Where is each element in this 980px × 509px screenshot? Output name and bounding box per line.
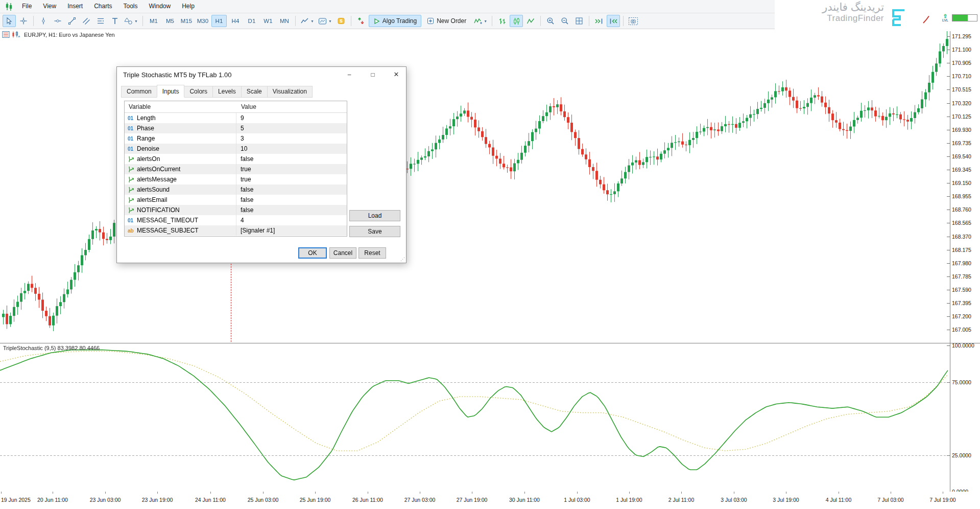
price-axis-label: 170.125	[952, 113, 971, 120]
bar-chart-style-button[interactable]	[495, 15, 509, 27]
param-row-range[interactable]: 01Range3	[125, 133, 347, 144]
tab-common[interactable]: Common	[121, 86, 157, 98]
trendline-tool-button[interactable]	[65, 15, 79, 27]
vertical-line-tool-button[interactable]	[37, 15, 50, 27]
indicators-list-button[interactable]: ▼	[472, 15, 489, 27]
shapes-tool-button[interactable]: ▼	[123, 15, 139, 27]
auto-scroll-button[interactable]	[592, 15, 606, 27]
currency-icon-button[interactable]: $	[334, 15, 348, 27]
time-axis-label: 4 Jul 11:00	[826, 497, 852, 503]
fibonacci-tool-button[interactable]	[94, 15, 107, 27]
boolean-input-icon	[128, 186, 135, 193]
param-row-message_subject[interactable]: abMESSAGE_SUBJECT[Signaler #1]	[125, 225, 347, 236]
tab-colors[interactable]: Colors	[184, 86, 213, 98]
algo-trading-button[interactable]: Algo Trading	[369, 15, 421, 27]
dialog-resize-grip[interactable]: ⋰	[400, 257, 405, 262]
tab-levels[interactable]: Levels	[212, 86, 242, 98]
param-row-denoise[interactable]: 01Denoise10	[125, 144, 347, 154]
buy-sell-arrows-icon[interactable]	[354, 15, 368, 27]
brand-text-english: TradingFinder	[822, 13, 884, 24]
menu-file[interactable]: File	[16, 0, 37, 13]
cursor-tool-button[interactable]	[3, 15, 16, 27]
quote-list-icon[interactable]	[2, 31, 10, 38]
param-row-length[interactable]: 01Length9	[125, 113, 347, 123]
zoom-in-button[interactable]	[544, 15, 557, 27]
load-button[interactable]: Load	[349, 210, 400, 221]
price-axis-label: 167.005	[952, 327, 971, 333]
param-row-message_timeout[interactable]: 01MESSAGE_TIMEOUT4	[125, 215, 347, 225]
param-name: alertsMessage	[137, 176, 177, 183]
param-row-alertsmessage[interactable]: alertsMessagetrue	[125, 174, 347, 184]
param-value[interactable]: 3	[241, 135, 244, 142]
timeframe-m1[interactable]: M1	[146, 15, 161, 27]
ok-button[interactable]: OK	[298, 247, 327, 259]
param-value[interactable]: 4	[241, 217, 244, 224]
param-row-alertson[interactable]: alertsOnfalse	[125, 154, 347, 164]
timeframe-h4[interactable]: H4	[228, 15, 243, 27]
param-value[interactable]: 9	[241, 114, 244, 122]
reset-button[interactable]: Reset	[358, 247, 386, 259]
channel-tool-button[interactable]	[80, 15, 93, 27]
param-row-alertsemail[interactable]: alertsEmailfalse	[125, 195, 347, 205]
tab-scale[interactable]: Scale	[241, 86, 268, 98]
new-order-button[interactable]: New Order	[422, 15, 471, 27]
param-row-alertssound[interactable]: alertsSoundfalse	[125, 184, 347, 195]
candlestick-style-button[interactable]	[510, 15, 523, 27]
param-value[interactable]: [Signaler #1]	[241, 227, 275, 234]
param-value[interactable]: false	[241, 196, 253, 203]
panel-splitter[interactable]	[0, 343, 980, 343]
grid-toggle-button[interactable]	[572, 15, 586, 27]
param-value[interactable]: 5	[241, 125, 244, 132]
time-axis-tick	[210, 492, 211, 494]
status-toggle[interactable]	[952, 14, 977, 21]
timeframe-h1[interactable]: H1	[211, 15, 227, 27]
menu-help[interactable]: Help	[176, 0, 200, 13]
param-value[interactable]: true	[241, 166, 251, 173]
param-value[interactable]: true	[241, 176, 251, 183]
timeframe-m30[interactable]: M30	[195, 15, 210, 27]
save-button[interactable]: Save	[349, 226, 400, 237]
market-depth-icon[interactable]	[12, 31, 20, 38]
menu-charts[interactable]: Charts	[88, 0, 117, 13]
chart-style-line-button[interactable]: ▼	[299, 15, 316, 27]
horizontal-line-tool-button[interactable]	[51, 15, 64, 27]
param-value[interactable]: 10	[241, 145, 247, 152]
tab-inputs[interactable]: Inputs	[157, 85, 185, 98]
timeframe-w1[interactable]: W1	[260, 15, 276, 27]
dialog-title-bar[interactable]: Triple Stochastic MT5 by TFLab 1.00	[117, 67, 406, 82]
time-axis[interactable]: 19 Jun 202520 Jun 11:0023 Jun 03:0023 Ju…	[0, 492, 980, 509]
chart-shift-button[interactable]	[607, 15, 620, 27]
indicator-properties-dialog: Triple Stochastic MT5 by TFLab 1.00 – □ …	[116, 66, 407, 263]
text-tool-button[interactable]	[108, 15, 122, 27]
inputs-table-header: Variable Value	[125, 101, 347, 113]
time-axis-label: 20 Jun 11:00	[37, 497, 68, 503]
timeframe-d1[interactable]: D1	[244, 15, 259, 27]
numeric-input-icon: 01	[128, 136, 137, 142]
indicator-panel-canvas[interactable]	[0, 343, 950, 492]
tab-visualization[interactable]: Visualization	[267, 86, 313, 98]
symbol-label: EURJPY, H1: Euro vs Japanese Yen	[24, 32, 115, 38]
screenshot-button[interactable]	[627, 15, 640, 27]
param-value[interactable]: false	[241, 186, 253, 193]
chart-template-button[interactable]: ▼	[317, 15, 333, 27]
timeframe-m5[interactable]: M5	[162, 15, 178, 27]
line-chart-style-button[interactable]	[524, 15, 537, 27]
price-axis-label: 169.540	[952, 153, 971, 159]
menu-tools[interactable]: Tools	[118, 0, 144, 13]
dialog-close-button[interactable]: ✕	[389, 69, 404, 80]
dialog-maximize-button[interactable]: □	[365, 69, 380, 80]
param-value[interactable]: false	[241, 206, 253, 214]
zoom-out-button[interactable]	[558, 15, 571, 27]
param-row-notification[interactable]: NOTIFICATIONfalse	[125, 205, 347, 215]
timeframe-mn[interactable]: MN	[277, 15, 292, 27]
crosshair-tool-button[interactable]	[17, 15, 30, 27]
param-value[interactable]: false	[241, 155, 253, 163]
param-row-alertsoncurrent[interactable]: alertsOnCurrenttrue	[125, 164, 347, 174]
param-row-phase[interactable]: 01Phase5	[125, 123, 347, 133]
menu-view[interactable]: View	[37, 0, 62, 13]
dialog-minimize-button[interactable]: –	[342, 69, 357, 80]
menu-window[interactable]: Window	[144, 0, 177, 13]
timeframe-m15[interactable]: M15	[179, 15, 194, 27]
cancel-button[interactable]: Cancel	[329, 247, 356, 259]
menu-insert[interactable]: Insert	[62, 0, 88, 13]
